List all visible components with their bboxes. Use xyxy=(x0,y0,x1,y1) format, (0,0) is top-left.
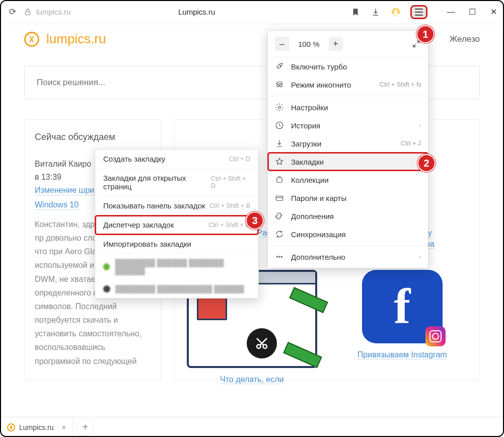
url-text: lumpics.ru xyxy=(36,8,70,16)
comment-time: в 13:39 xyxy=(35,173,61,181)
menu-label: История xyxy=(291,121,320,130)
profile-icon[interactable] xyxy=(390,7,401,18)
menu-bookmarks[interactable]: Закладки › xyxy=(268,153,428,171)
menu-turbo[interactable]: Включить турбо xyxy=(268,57,428,76)
menu-label: Дополнения xyxy=(291,212,334,221)
sidebar-link-2[interactable]: Windows 10 xyxy=(35,200,79,209)
menu-history[interactable]: История › xyxy=(268,116,428,134)
browser-main-menu: – 100 % + Включить турбо Режим инкогнито… xyxy=(267,30,428,268)
cut-icon xyxy=(247,328,277,358)
zoom-out-button[interactable]: – xyxy=(275,37,289,51)
nav-hardware[interactable]: Железо xyxy=(450,34,480,44)
article-card[interactable]: f Привязываем Instagram xyxy=(337,270,468,368)
tab-favicon-icon xyxy=(7,423,15,431)
submenu-bookmark-open-tabs[interactable]: Закладки для открытых страниц Ctrl + Shi… xyxy=(95,169,258,196)
download-icon[interactable] xyxy=(370,7,381,18)
zoom-controls: – 100 % + xyxy=(268,31,428,57)
site-brand: lumpics.ru xyxy=(46,31,106,47)
svg-rect-10 xyxy=(277,178,282,182)
svg-point-6 xyxy=(277,85,279,87)
comment-author: Виталий Каиро xyxy=(35,160,91,168)
chevron-right-icon: › xyxy=(418,121,421,129)
menu-passwords[interactable]: Пароли и карты xyxy=(268,189,428,207)
submenu-show-bar[interactable]: Показывать панель закладок Ctrl + Shift … xyxy=(95,196,258,215)
hamburger-menu-button[interactable] xyxy=(410,5,427,19)
site-logo-icon xyxy=(24,32,39,47)
lock-icon xyxy=(23,8,32,17)
browser-tab[interactable]: Lumpics.ru × xyxy=(0,417,74,437)
annotation-badge-1: 1 xyxy=(416,25,435,43)
zoom-value: 100 % xyxy=(293,40,325,48)
submenu-recent-item[interactable]: ████████ ██████ ███████ ██████ xyxy=(95,254,258,280)
svg-rect-11 xyxy=(276,196,283,200)
submenu-recent-item[interactable]: ████████ ███████████ ██████ xyxy=(95,280,258,298)
shortcut: Ctrl + Shift + D xyxy=(211,175,250,189)
menu-label: Режим инкогнито xyxy=(291,81,351,89)
svg-point-5 xyxy=(279,65,280,66)
minimize-window-button[interactable]: — xyxy=(447,8,456,17)
svg-point-7 xyxy=(280,85,282,87)
shortcut: Ctrl + Shift + B xyxy=(209,202,250,209)
menu-label: Синхронизация xyxy=(291,230,346,239)
zoom-in-button[interactable]: + xyxy=(329,37,343,51)
tab-label: Lumpics.ru xyxy=(19,423,53,431)
annotation-badge-2: 2 xyxy=(417,154,436,172)
maximize-window-button[interactable]: ☐ xyxy=(468,8,477,17)
sidebar-link-1[interactable]: Изменение шри xyxy=(35,186,94,194)
svg-point-14 xyxy=(281,256,282,257)
new-tab-button[interactable]: + xyxy=(77,419,94,436)
shortcut: Ctrl + Shift + N xyxy=(380,81,421,88)
menu-addons[interactable]: Дополнения xyxy=(268,207,428,225)
article-link-3[interactable]: Что делать, если xyxy=(220,375,283,384)
submenu-label: Показывать панель закладок xyxy=(103,201,205,210)
submenu-import-bookmarks[interactable]: Импортировать закладки xyxy=(95,235,258,254)
menu-label: Пароли и карты xyxy=(291,194,346,202)
close-window-button[interactable]: ✕ xyxy=(489,8,498,17)
menu-more[interactable]: Дополнительно › xyxy=(268,248,428,266)
svg-point-12 xyxy=(276,256,277,257)
shortcut: Ctrl + D xyxy=(229,156,250,163)
address-bar[interactable]: lumpics.ru xyxy=(23,8,164,17)
submenu-label: Закладки для открытых страниц xyxy=(103,174,211,191)
sidebar-heading: Сейчас обсуждаем xyxy=(35,132,151,142)
page-title-in-bar: Lumpics.ru xyxy=(178,8,215,16)
submenu-bookmark-manager[interactable]: Диспетчер закладок Ctrl + Shift + O xyxy=(95,215,258,235)
tab-strip: Lumpics.ru × + xyxy=(0,417,504,437)
menu-settings[interactable]: Настройки xyxy=(268,98,428,116)
reload-icon[interactable]: ⟳ xyxy=(6,7,19,17)
menu-incognito[interactable]: Режим инкогнито Ctrl + Shift + N xyxy=(268,76,428,94)
annotation-badge-3: 3 xyxy=(246,211,264,230)
instagram-icon xyxy=(425,326,446,346)
svg-point-8 xyxy=(278,106,281,109)
shortcut: Ctrl + Shift + O xyxy=(208,222,250,229)
menu-label: Настройки xyxy=(291,103,328,112)
chevron-right-icon: › xyxy=(418,253,421,261)
article-thumb-4: f xyxy=(362,270,443,343)
article-link-4[interactable]: Привязываем Instagram xyxy=(357,350,447,359)
submenu-label: Диспетчер закладок xyxy=(103,221,174,229)
submenu-label: Создать закладку xyxy=(103,155,165,163)
svg-point-13 xyxy=(279,256,280,257)
browser-top-bar: ⟳ lumpics.ru Lumpics.ru — ☐ ✕ xyxy=(0,0,504,24)
menu-label: Загрузки xyxy=(291,139,321,148)
menu-collections[interactable]: Коллекции xyxy=(268,171,428,189)
bookmark-icon[interactable] xyxy=(350,7,361,18)
menu-label: Включить турбо xyxy=(291,62,347,71)
shortcut: Ctrl + J xyxy=(401,140,421,147)
close-tab-icon[interactable]: × xyxy=(61,423,66,431)
bookmarks-submenu: Создать закладку Ctrl + D Закладки для о… xyxy=(95,149,259,299)
svg-point-2 xyxy=(394,10,397,13)
menu-label: Дополнительно xyxy=(291,253,345,261)
menu-sync[interactable]: Синхронизация xyxy=(268,225,428,243)
submenu-create-bookmark[interactable]: Создать закладку Ctrl + D xyxy=(95,150,258,169)
submenu-label: Импортировать закладки xyxy=(103,240,191,248)
menu-downloads[interactable]: Загрузки Ctrl + J xyxy=(268,134,428,153)
menu-label: Коллекции xyxy=(291,176,329,184)
menu-label: Закладки xyxy=(291,158,324,166)
svg-rect-0 xyxy=(25,12,30,15)
